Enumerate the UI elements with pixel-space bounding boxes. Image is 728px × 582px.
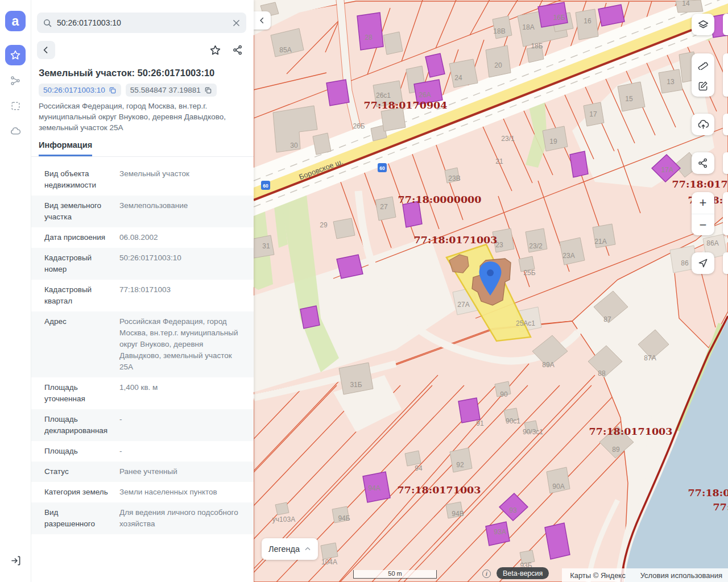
info-row: Кадастровый номер50:26:0171003:10 bbox=[31, 248, 254, 280]
layers-button[interactable] bbox=[692, 14, 714, 35]
parcel-label: 89А bbox=[542, 361, 554, 369]
scale-label: 50 m bbox=[388, 570, 402, 577]
parcel-label: 30 bbox=[290, 142, 298, 149]
search-input[interactable]: 50:26:0171003:10 bbox=[37, 13, 246, 33]
parcel-label: 86А bbox=[706, 239, 718, 247]
cut-button-5[interactable] bbox=[723, 192, 728, 235]
back-button[interactable] bbox=[37, 41, 55, 59]
info-row-label: Вид земельного участка bbox=[44, 200, 114, 223]
info-icon[interactable]: i bbox=[482, 569, 491, 578]
zoom-in-button[interactable]: + bbox=[692, 192, 714, 214]
beta-badge: Beta-версия bbox=[497, 567, 549, 579]
parcel-label: 15 bbox=[625, 95, 633, 103]
parcel-label: 94А bbox=[368, 484, 380, 492]
share-button[interactable] bbox=[229, 41, 246, 59]
info-row-value: Землепользование bbox=[114, 200, 246, 223]
quarter-label: 77:18:0171003 bbox=[414, 234, 498, 246]
share-icon bbox=[232, 44, 243, 56]
locate-button[interactable] bbox=[692, 252, 714, 274]
upload-button[interactable] bbox=[692, 114, 714, 135]
cut-button-1[interactable] bbox=[723, 14, 728, 35]
info-panel: 50:26:0171003:10 Земельный участок: 50:2… bbox=[31, 0, 254, 582]
tab-information[interactable]: Информация bbox=[39, 140, 92, 156]
ruler-button[interactable] bbox=[692, 53, 714, 75]
legend-label: Легенда bbox=[268, 544, 300, 554]
parcel-label: 23А bbox=[562, 252, 574, 260]
parcel-label: 94В bbox=[452, 510, 464, 518]
road-sign-label: 60 bbox=[379, 165, 385, 171]
parcel-label: 16Б bbox=[553, 14, 565, 22]
clear-search-icon[interactable] bbox=[232, 19, 241, 27]
parcel-label: 18Б bbox=[531, 42, 543, 50]
copy-icon[interactable] bbox=[204, 86, 212, 94]
parcel-label: 90с1 bbox=[506, 417, 520, 425]
nodes-icon bbox=[10, 75, 21, 86]
parcel-label: 25Б bbox=[523, 269, 535, 277]
sidebar-item-favorites[interactable] bbox=[5, 45, 26, 65]
navigate-icon bbox=[697, 257, 709, 269]
parcel-label: 27 bbox=[380, 203, 388, 211]
map-share-button[interactable] bbox=[692, 152, 714, 174]
sidebar-item-graph[interactable] bbox=[5, 71, 26, 90]
parcel-label: 88 bbox=[598, 369, 606, 377]
parcel-label: 31Б bbox=[350, 381, 362, 389]
info-row: Площадь- bbox=[31, 441, 254, 462]
parcel-label: 29 bbox=[320, 221, 328, 229]
info-row: Вид разрешенногоДля ведения личного подс… bbox=[31, 502, 254, 534]
app-logo[interactable]: a bbox=[5, 11, 26, 31]
parcel-label: 85А bbox=[279, 46, 291, 54]
app: a 50:26:0171003:10 bbox=[0, 0, 728, 582]
map-canvas[interactable]: 85А283026Б26с126А242018В18А18Б16Б1614272… bbox=[254, 0, 728, 582]
collapse-panel-button[interactable] bbox=[254, 11, 271, 30]
parcel-label: 17 bbox=[589, 110, 597, 118]
parcel-label: 90/3с1 bbox=[523, 428, 543, 436]
favorite-button[interactable] bbox=[206, 41, 224, 59]
parcel-label: 87А bbox=[644, 354, 656, 362]
edit-icon bbox=[697, 80, 709, 92]
info-row-value: Российская Федерация, город Москва, вн.т… bbox=[114, 316, 246, 373]
cut-button-6[interactable] bbox=[723, 252, 728, 274]
parcel-label: 18В bbox=[493, 27, 505, 35]
parcel-label: 26А bbox=[419, 91, 431, 99]
info-row: Площадь декларированная- bbox=[31, 409, 254, 441]
quarter-label: 77:18:0170904 bbox=[364, 99, 448, 111]
parcel-label: 94 bbox=[415, 464, 423, 472]
info-row-label: Адрес bbox=[44, 316, 114, 373]
page-title: Земельный участок: 50:26:0171003:10 bbox=[39, 68, 246, 78]
parcel-label: 19 bbox=[549, 138, 557, 146]
coordinates-chip[interactable]: 55.584847 37.19881 bbox=[126, 84, 217, 97]
info-row-label: Дата присвоения bbox=[44, 232, 114, 243]
cut-button-3[interactable] bbox=[723, 114, 728, 135]
parcel-label: 14 bbox=[682, 0, 690, 7]
info-row-value: Земли населенных пунктов bbox=[114, 487, 246, 498]
parcel-label: 24 bbox=[454, 74, 462, 82]
terms-link[interactable]: Условия использования bbox=[640, 571, 722, 580]
sidebar-item-select-area[interactable] bbox=[5, 96, 26, 115]
exit-icon bbox=[10, 555, 21, 566]
edit-button[interactable] bbox=[692, 75, 714, 97]
tabs: Информация bbox=[31, 140, 254, 157]
map-attribution: Карты © Яндекс Условия использования bbox=[562, 568, 728, 582]
parcel-label: 104А bbox=[321, 558, 337, 566]
chips-row: 50:26:0171003:10 55.584847 37.19881 bbox=[39, 84, 246, 97]
quarter-label: 77:18:0171003 bbox=[398, 484, 481, 496]
legend-button[interactable]: Легенда bbox=[262, 538, 318, 560]
zoom-control: + − bbox=[692, 192, 714, 235]
cut-button-4[interactable] bbox=[723, 152, 728, 174]
info-row-label: Категория земель bbox=[44, 487, 114, 498]
zoom-out-button[interactable]: − bbox=[692, 214, 714, 235]
parcel-label: 25Ас1 bbox=[516, 319, 535, 327]
copyright-label[interactable]: Карты © Яндекс bbox=[570, 571, 626, 580]
copy-icon[interactable] bbox=[109, 86, 117, 94]
cadastral-number-chip[interactable]: 50:26:0171003:10 bbox=[39, 84, 121, 97]
info-row-value: 06.08.2002 bbox=[114, 232, 246, 243]
star-icon bbox=[209, 44, 221, 56]
cadastral-number-value: 50:26:0171003:10 bbox=[43, 86, 105, 94]
cut-button-2[interactable] bbox=[723, 53, 728, 97]
info-row: Кадастровый квартал77:18:0171003 bbox=[31, 280, 254, 311]
sidebar-item-cloud[interactable] bbox=[5, 121, 26, 140]
info-row: Дата присвоения06.08.2002 bbox=[31, 227, 254, 248]
logout-button[interactable] bbox=[5, 550, 26, 571]
star-icon bbox=[10, 49, 21, 61]
parcel-label: 28 bbox=[365, 34, 373, 41]
